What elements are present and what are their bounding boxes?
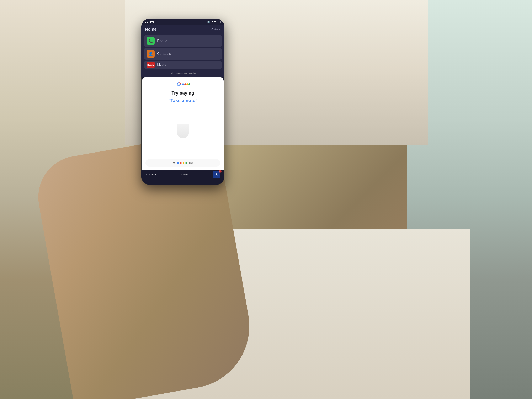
- swipe-hint-text: Swipe up to see your Snapshot: [170, 72, 196, 74]
- home-button[interactable]: ⌂ HOME: [181, 173, 188, 175]
- signal-icon: ▲: [217, 21, 219, 23]
- menu-item-lively[interactable]: lively Lively: [144, 61, 222, 69]
- back-arrow-icon: ←: [146, 173, 147, 175]
- bluetooth-icon: ✦: [212, 21, 213, 23]
- keyboard-icon[interactable]: ⌨: [189, 161, 193, 165]
- lively-label: Lively: [157, 63, 166, 67]
- status-icons: 🔄 · ✦ 👁 ▲ ▮: [207, 21, 221, 23]
- camera-icon[interactable]: ⊙: [173, 161, 175, 165]
- assist-dot-red: [180, 162, 182, 164]
- dot-blue: [182, 83, 184, 85]
- assistant-suggestion-text: "Take a note": [168, 98, 197, 103]
- eye-icon: 👁: [214, 21, 216, 23]
- phone-label: Phone: [157, 39, 167, 43]
- assist-dot-blue: [177, 162, 179, 164]
- status-bar: 2:14 PM 🔄 · ✦ 👁 ▲ ▮: [141, 19, 224, 25]
- phone: 2:14 PM 🔄 · ✦ 👁 ▲ ▮ Home Options: [141, 19, 224, 185]
- cancel-badge: ⊘: [219, 170, 222, 173]
- assistant-overlay: Try saying "Take a note" ⊙: [142, 77, 224, 170]
- contacts-label: Contacts: [157, 52, 171, 56]
- dot-yellow: [186, 83, 188, 85]
- rotate-icon: 🔄: [207, 21, 210, 23]
- contacts-icon: 👤: [148, 51, 153, 56]
- assist-dot-yellow: [183, 162, 184, 164]
- back-label: ← BACK: [148, 173, 156, 175]
- menu-list: 📞 Phone 👤 Contacts lively: [141, 33, 224, 77]
- status-time: 2:14 PM: [145, 21, 154, 23]
- lively-icon: lively: [147, 63, 154, 66]
- assistant-toolbar: ⊙ ⌨: [146, 159, 220, 167]
- assistant-logo-container: [176, 81, 190, 88]
- star-icon: ★: [215, 172, 218, 177]
- home-icon: ⌂: [181, 173, 182, 175]
- home-label: HOME: [183, 173, 188, 175]
- back-button[interactable]: ← ← BACK: [146, 173, 156, 175]
- dot-separator: ·: [210, 21, 211, 23]
- app-title: Home: [145, 27, 157, 32]
- screen-body: Home Options 📞 Phone 👤: [141, 25, 224, 170]
- assistant-visual: [177, 105, 189, 156]
- assistant-graphic: [177, 124, 189, 138]
- menu-item-phone[interactable]: 📞 Phone: [144, 35, 222, 47]
- assistant-try-text: Try saying: [172, 90, 194, 96]
- dot-green: [189, 83, 190, 85]
- phone-nav-bar: ← ← BACK ⌂ HOME ★ ⊘: [141, 170, 224, 179]
- battery-icon: ▮: [220, 21, 221, 23]
- assistant-dots: [182, 81, 190, 88]
- phone-screen: 2:14 PM 🔄 · ✦ 👁 ▲ ▮ Home Options: [141, 19, 224, 179]
- phone-icon: 📞: [148, 39, 153, 43]
- swipe-hint-container: Swipe up to see your Snapshot: [144, 70, 222, 76]
- assist-indicator-dots: [177, 162, 187, 164]
- assist-dot-green: [185, 162, 187, 164]
- phone-body: 2:14 PM 🔄 · ✦ 👁 ▲ ▮ Home Options: [141, 19, 224, 185]
- lively-app-icon: lively: [147, 62, 155, 68]
- menu-item-contacts[interactable]: 👤 Contacts: [144, 48, 222, 60]
- contacts-app-icon: 👤: [147, 50, 155, 58]
- phone-app-icon: 📞: [147, 37, 155, 45]
- dot-red: [184, 83, 186, 85]
- options-button[interactable]: Options: [211, 28, 221, 31]
- google-assistant-logo: [176, 81, 182, 88]
- star-button[interactable]: ★ ⊘: [213, 171, 220, 178]
- app-header: Home Options: [141, 25, 224, 33]
